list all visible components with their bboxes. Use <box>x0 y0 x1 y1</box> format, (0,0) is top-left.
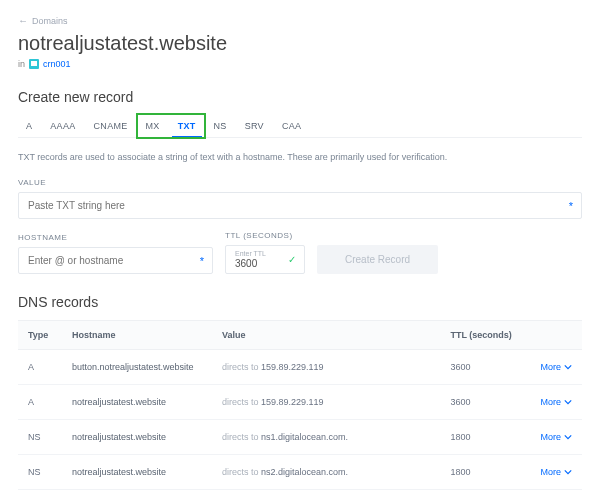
tab-srv[interactable]: SRV <box>237 115 272 137</box>
more-button[interactable]: More <box>540 432 572 442</box>
cell-type: NS <box>18 420 62 455</box>
ttl-field-group: TTL (SECONDS) Enter TTL 3600 ✓ <box>225 231 305 274</box>
tab-a[interactable]: A <box>18 115 40 137</box>
page: ← Domains notrealjustatest.website in cr… <box>0 0 600 502</box>
table-row: NSnotrealjustatest.websitedirects to ns1… <box>18 420 582 455</box>
cell-hostname: notrealjustatest.website <box>62 420 212 455</box>
record-type-tabs: A AAAA CNAME MX TXT NS SRV CAA <box>18 115 582 138</box>
chevron-down-icon <box>564 363 572 371</box>
hostname-input-wrap: * <box>18 247 213 274</box>
tab-cname[interactable]: CNAME <box>86 115 136 137</box>
ttl-label: TTL (SECONDS) <box>225 231 305 240</box>
value-input-wrap: * <box>18 192 582 219</box>
required-icon: * <box>200 255 204 267</box>
hostname-input[interactable] <box>28 255 203 266</box>
cell-type: A <box>18 350 62 385</box>
chevron-down-icon <box>564 468 572 476</box>
table-row: NSnotrealjustatest.websitedirects to ns2… <box>18 455 582 490</box>
submit-group: Create Record <box>317 245 439 274</box>
arrow-left-icon: ← <box>18 15 28 26</box>
cell-type: A <box>18 385 62 420</box>
tab-mx[interactable]: MX <box>138 115 168 137</box>
cell-ttl: 1800 <box>440 420 530 455</box>
hostname-label: HOSTNAME <box>18 233 213 242</box>
cell-hostname: notrealjustatest.website <box>62 385 212 420</box>
back-label: Domains <box>32 16 68 26</box>
col-ttl: TTL (seconds) <box>440 321 530 350</box>
cell-hostname: button.notrealjustatest.website <box>62 350 212 385</box>
cell-type: NS <box>18 490 62 503</box>
table-row: NSnotrealjustatest.websitedirects to ns3… <box>18 490 582 503</box>
cell-value: directs to ns1.digitalocean.com. <box>212 420 440 455</box>
cell-value: directs to ns3.digitalocean.com. <box>212 490 440 503</box>
tab-ns[interactable]: NS <box>206 115 235 137</box>
value-label: VALUE <box>18 178 582 187</box>
cell-actions: More <box>530 350 582 385</box>
cell-ttl: 3600 <box>440 350 530 385</box>
txt-description: TXT records are used to associate a stri… <box>18 152 582 162</box>
required-icon: * <box>569 200 573 212</box>
cell-actions: More <box>530 455 582 490</box>
records-heading: DNS records <box>18 294 582 310</box>
create-record-button[interactable]: Create Record <box>317 245 438 274</box>
tab-aaaa[interactable]: AAAA <box>42 115 83 137</box>
project-icon <box>29 59 39 69</box>
back-to-domains[interactable]: ← Domains <box>18 15 68 26</box>
ttl-inner-label: Enter TTL <box>235 250 266 257</box>
project-link[interactable]: crn001 <box>43 59 71 69</box>
cell-type: NS <box>18 455 62 490</box>
col-type: Type <box>18 321 62 350</box>
hostname-field-group: HOSTNAME * <box>18 233 213 274</box>
cell-value: directs to 159.89.229.119 <box>212 385 440 420</box>
table-row: Abutton.notrealjustatest.websitedirects … <box>18 350 582 385</box>
project-line: in crn001 <box>18 59 582 69</box>
chevron-down-icon <box>564 398 572 406</box>
cell-value: directs to ns2.digitalocean.com. <box>212 455 440 490</box>
create-heading: Create new record <box>18 89 582 105</box>
cell-actions: More <box>530 490 582 503</box>
cell-ttl: 3600 <box>440 385 530 420</box>
tab-txt[interactable]: TXT <box>170 115 204 137</box>
cell-hostname: notrealjustatest.website <box>62 455 212 490</box>
cell-actions: More <box>530 385 582 420</box>
cell-hostname: notrealjustatest.website <box>62 490 212 503</box>
tab-caa[interactable]: CAA <box>274 115 309 137</box>
more-button[interactable]: More <box>540 362 572 372</box>
ttl-value: 3600 <box>235 258 266 269</box>
cell-ttl: 1800 <box>440 455 530 490</box>
more-button[interactable]: More <box>540 467 572 477</box>
cell-value: directs to 159.89.229.119 <box>212 350 440 385</box>
col-actions <box>530 321 582 350</box>
dns-records-table: Type Hostname Value TTL (seconds) Abutto… <box>18 320 582 502</box>
page-title: notrealjustatest.website <box>18 32 582 55</box>
in-label: in <box>18 59 25 69</box>
value-field-group: VALUE * <box>18 178 582 219</box>
second-row: HOSTNAME * TTL (SECONDS) Enter TTL 3600 … <box>18 231 582 274</box>
chevron-down-icon <box>564 433 572 441</box>
ttl-input-wrap[interactable]: Enter TTL 3600 ✓ <box>225 245 305 274</box>
cell-actions: More <box>530 420 582 455</box>
table-row: Anotrealjustatest.websitedirects to 159.… <box>18 385 582 420</box>
check-icon: ✓ <box>288 254 296 265</box>
col-hostname: Hostname <box>62 321 212 350</box>
cell-ttl: 1800 <box>440 490 530 503</box>
value-input[interactable] <box>28 200 572 211</box>
more-button[interactable]: More <box>540 397 572 407</box>
col-value: Value <box>212 321 440 350</box>
